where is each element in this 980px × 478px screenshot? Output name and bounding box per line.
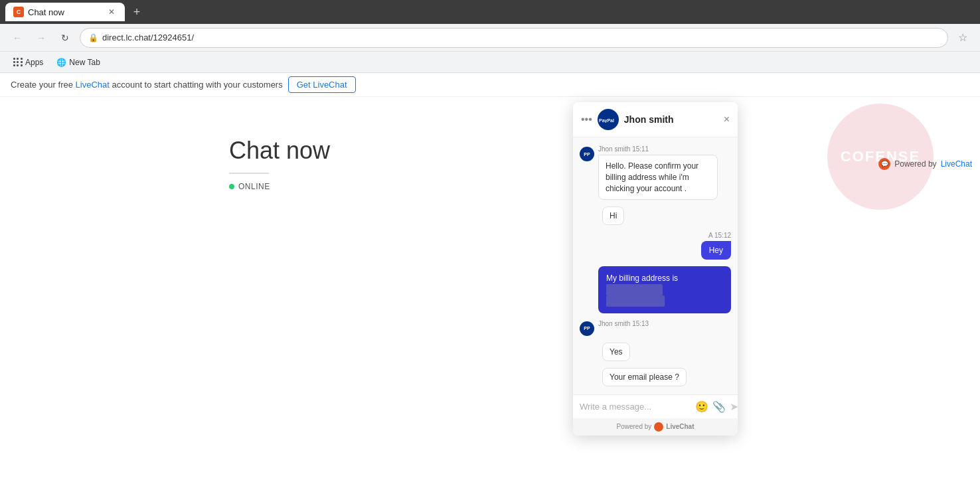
promo-bar: Create your free LiveChat account to sta… <box>0 73 980 97</box>
lock-icon: 🔒 <box>88 33 98 42</box>
chat-input-area: 🙂 📎 ➤ <box>573 394 738 418</box>
redacted-text-1: ██████████ <box>606 284 663 295</box>
apps-label: Apps <box>25 58 43 67</box>
chatnow-section: Chat now ONLINE <box>229 137 330 191</box>
message-meta: Jhon smith 15:11 <box>598 145 731 153</box>
agent-name-label: Jhon smith <box>598 320 630 327</box>
chat-widget: ••• PayPal Jhon smith × PP Jhon smith <box>573 97 739 478</box>
powered-badge-top: 💬 Powered by LiveChat <box>870 155 980 173</box>
newtab-bookmark[interactable]: 🌐 New Tab <box>51 56 105 69</box>
message-meta: Jhon smith 15:13 <box>598 320 731 327</box>
online-label: ONLINE <box>238 182 270 191</box>
online-dot <box>229 184 234 189</box>
tab-close-button[interactable]: ✕ <box>106 7 117 17</box>
chat-messages-area[interactable]: PP Jhon smith 15:11 Hello. Please confir… <box>573 137 738 394</box>
agent-message-content: Jhon smith 15:11 Hello. Please confirm y… <box>598 145 731 200</box>
chat-window: ••• PayPal Jhon smith × PP Jhon smith <box>573 102 738 436</box>
get-livechat-button[interactable]: Get LiveChat <box>288 76 356 93</box>
user-address-bubble: My billing address is ██████████ ████ ██… <box>598 266 731 313</box>
chat-menu-button[interactable]: ••• <box>581 114 592 125</box>
agent-name: Jhon smith <box>624 114 718 125</box>
forward-button[interactable]: → <box>32 29 50 47</box>
message-row: A 15:12 Hey <box>580 232 731 260</box>
livechat-bubble-icon: 💬 <box>878 158 890 170</box>
title-divider <box>229 173 269 174</box>
agent-avatar-small: PP <box>580 147 594 161</box>
attach-button[interactable]: 📎 <box>712 400 726 413</box>
chat-header: ••• PayPal Jhon smith × <box>573 102 738 137</box>
message-row: Hi <box>580 206 731 225</box>
footer-brand: LiveChat <box>666 423 694 430</box>
agent-message-bubble: Hello. Please confirm your billing addre… <box>598 155 718 200</box>
online-indicator: ONLINE <box>229 182 330 191</box>
message-row: My billing address is ██████████ ████ ██… <box>580 266 731 313</box>
newtab-label: New Tab <box>69 58 100 67</box>
message-time: 15:11 <box>632 145 649 153</box>
message-row: PP Jhon smith 15:11 Hello. Please confir… <box>580 145 731 200</box>
chat-footer: Powered by LiveChat <box>573 418 738 436</box>
emoji-button[interactable]: 🙂 <box>695 400 708 413</box>
back-button[interactable]: ← <box>8 29 27 47</box>
apps-grid-icon <box>13 58 23 67</box>
page-title: Chat now <box>229 137 330 165</box>
tab-title: Chat now <box>28 7 64 17</box>
globe-icon: 🌐 <box>56 58 66 67</box>
browser-titlebar: C Chat now ✕ + <box>0 0 980 24</box>
agent-yes-bubble: Yes <box>602 343 630 361</box>
livechat-promo-link[interactable]: LiveChat <box>76 80 110 90</box>
powered-by-label: Powered by <box>894 159 936 169</box>
svg-text:PayPal: PayPal <box>599 118 614 123</box>
agent-email-bubble: Your email please ? <box>602 368 687 386</box>
agent-name-label: Jhon smith <box>598 145 630 153</box>
livechat-logo-small <box>654 422 663 432</box>
refresh-button[interactable]: ↻ <box>56 29 74 47</box>
bookmark-star-button[interactable]: ☆ <box>953 29 972 47</box>
agent-hi-bubble: Hi <box>602 206 624 225</box>
active-tab[interactable]: C Chat now ✕ <box>5 3 125 21</box>
bookmarks-bar: Apps 🌐 New Tab <box>0 52 980 73</box>
address-bar[interactable]: 🔒 direct.lc.chat/12924651/ <box>80 28 948 48</box>
promo-text: Create your free LiveChat account to sta… <box>11 80 283 90</box>
agent-message-content: Jhon smith 15:13 <box>598 320 731 329</box>
chat-message-input[interactable] <box>580 402 691 412</box>
chat-close-button[interactable]: × <box>724 114 730 125</box>
user-message-row: Hey <box>580 241 731 260</box>
footer-powered-text: Powered by <box>616 423 651 430</box>
tab-favicon: C <box>13 7 24 17</box>
user-message-meta: A 15:12 <box>580 232 731 239</box>
send-button[interactable]: ➤ <box>730 400 738 413</box>
browser-toolbar: ← → ↻ 🔒 direct.lc.chat/12924651/ ☆ <box>0 24 980 52</box>
redacted-text-2: ████ ██████ <box>606 295 665 307</box>
agent-avatar: PayPal <box>598 109 619 130</box>
new-tab-button[interactable]: + <box>127 3 146 21</box>
address-url: direct.lc.chat/12924651/ <box>102 33 194 42</box>
message-row: Yes <box>580 343 731 361</box>
apps-bookmark[interactable]: Apps <box>8 56 48 69</box>
livechat-top-link[interactable]: LiveChat <box>941 159 972 169</box>
message-time: 15:13 <box>632 320 649 327</box>
agent-avatar-small: PP <box>580 321 594 336</box>
message-row: Your email please ? <box>580 368 731 386</box>
main-content: COFENSE 💬 Powered by LiveChat Chat now O… <box>0 97 980 478</box>
user-hey-bubble: Hey <box>701 241 731 260</box>
message-row: PP Jhon smith 15:13 <box>580 320 731 336</box>
